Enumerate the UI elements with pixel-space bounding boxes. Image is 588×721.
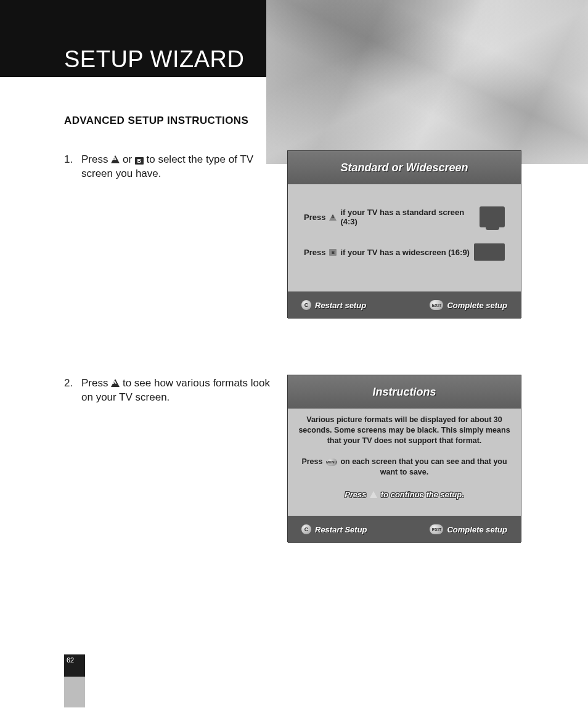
option-standard-43: Press if your TV has a standard screen (… <box>304 206 505 227</box>
instruction-step-1: 1. Press or B to select the type of TV s… <box>64 153 274 181</box>
footer-restart-setup: C Restart Setup <box>301 524 367 534</box>
page-title: SETUP WIZARD <box>64 46 244 73</box>
footer-complete-setup: EXIT Complete setup <box>430 524 507 534</box>
exit-button-icon: EXIT <box>430 524 443 534</box>
tv-dialog-header: Standard or Widescreen <box>288 151 521 184</box>
text-fragment: Press <box>81 153 111 165</box>
page-number-box: 62 <box>64 654 85 677</box>
text-fragment: if your TV has a standard screen (4:3) <box>340 208 480 226</box>
exit-button-icon: EXIT <box>430 300 443 310</box>
text-fragment: Press <box>304 213 325 222</box>
page-number: 62 <box>67 656 74 664</box>
a-button-icon <box>111 155 120 163</box>
a-button-icon <box>370 491 377 498</box>
step-text: Press or B to select the type of TV scre… <box>81 153 274 181</box>
decorative-background <box>266 0 588 164</box>
menu-button-icon: MENU <box>326 458 337 466</box>
text-fragment: to continue the setup. <box>381 490 464 499</box>
instructions-paragraph-1: Various picture formats will be displaye… <box>296 415 512 446</box>
tv-dialog-body: Various picture formats will be displaye… <box>288 409 521 516</box>
instructions-paragraph-2: Press MENU on each screen that you can s… <box>296 457 512 478</box>
page-number-tab <box>64 677 85 707</box>
footer-label: Complete setup <box>447 525 507 534</box>
tv-dialog-title: Instructions <box>372 386 436 399</box>
text-fragment: Press <box>304 248 325 257</box>
tv-screenshot-standard-widescreen: Standard or Widescreen Press if your TV … <box>287 150 521 318</box>
b-button-icon: B <box>135 157 144 165</box>
text-fragment: if your TV has a widescreen (16:9) <box>340 248 470 257</box>
tv-dialog-title: Standard or Widescreen <box>341 161 468 174</box>
step-number: 2. <box>64 377 75 405</box>
text-fragment: Press <box>81 377 111 389</box>
b-button-icon: B <box>329 249 337 256</box>
widescreen-tv-icon <box>474 243 505 261</box>
manual-page: SETUP WIZARD ADVANCED SETUP INSTRUCTIONS… <box>0 0 588 721</box>
tv-dialog-body: Press if your TV has a standard screen (… <box>288 184 521 291</box>
tv-screenshot-instructions: Instructions Various picture formats wil… <box>287 375 521 542</box>
option-text: Press B if your TV has a widescreen (16:… <box>304 248 470 257</box>
text-fragment: or <box>123 153 135 165</box>
tv-dialog-header: Instructions <box>288 375 521 409</box>
instructions-continue-prompt: Press to continue the setup. <box>296 490 512 499</box>
a-button-icon <box>329 214 337 221</box>
step-text: Press to see how various formats look on… <box>81 377 274 405</box>
step-number: 1. <box>64 153 75 181</box>
tv-dialog-footer: C Restart Setup EXIT Complete setup <box>288 516 521 543</box>
instruction-step-2: 2. Press to see how various formats look… <box>64 377 274 405</box>
footer-restart-setup: C Restart setup <box>301 300 366 310</box>
text-fragment: on each screen that you can see and that… <box>340 457 507 476</box>
c-button-icon: C <box>301 300 311 310</box>
footer-label: Restart Setup <box>315 525 367 534</box>
standard-tv-icon <box>480 206 505 227</box>
c-button-icon: C <box>301 524 311 534</box>
text-fragment: Press <box>301 457 325 466</box>
section-heading: ADVANCED SETUP INSTRUCTIONS <box>64 115 248 127</box>
a-button-icon <box>111 379 120 387</box>
option-text: Press if your TV has a standard screen (… <box>304 208 480 226</box>
tv-dialog-footer: C Restart setup EXIT Complete setup <box>288 291 521 319</box>
footer-complete-setup: EXIT Complete setup <box>430 300 507 310</box>
option-widescreen-169: Press B if your TV has a widescreen (16:… <box>304 243 505 261</box>
footer-label: Restart setup <box>315 301 366 310</box>
footer-label: Complete setup <box>447 301 507 310</box>
text-fragment: Press <box>345 490 369 499</box>
